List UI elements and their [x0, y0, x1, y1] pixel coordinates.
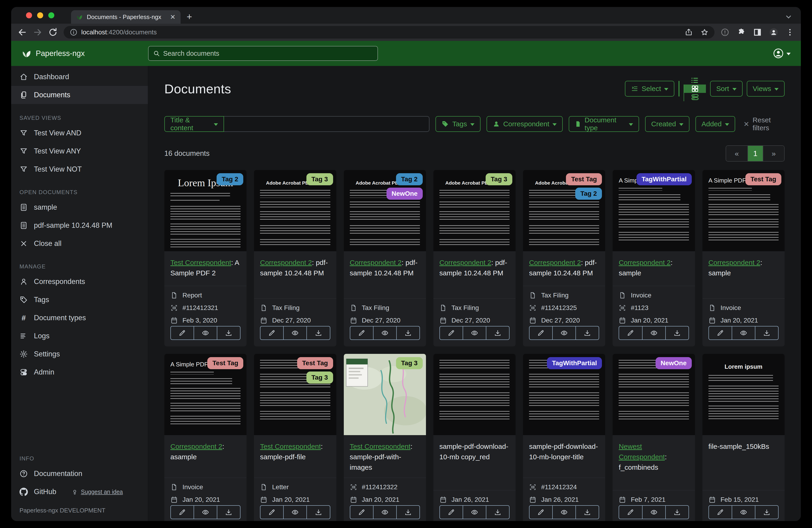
document-title-block[interactable]: Correspondent 2: pdf-sample 10.24.48 PM [523, 251, 605, 286]
document-thumbnail[interactable]: Adobe Acrobat PDF FilesTag 3 [254, 170, 336, 251]
preview-button[interactable] [194, 326, 217, 340]
sort-button[interactable]: Sort [710, 81, 742, 97]
filter-created-button[interactable]: Created [645, 116, 690, 132]
tab-close-icon[interactable]: ✕ [170, 13, 175, 21]
download-button[interactable] [486, 326, 509, 340]
sidebar-item-admin[interactable]: Admin [11, 363, 148, 381]
sidebar-item-correspondents[interactable]: Correspondents [11, 273, 148, 291]
document-card[interactable]: Adobe Acrobat PDF FilesTag 3Corresponden… [254, 170, 336, 346]
preview-button[interactable] [732, 505, 755, 519]
document-card[interactable]: NewOneNewest Correspondent: f_combinedsF… [613, 354, 695, 521]
pagination-next[interactable]: » [763, 146, 784, 161]
edit-button[interactable] [350, 505, 374, 519]
correspondent-link[interactable]: Test Correspondent [170, 259, 231, 266]
tag-badge[interactable]: Tag 3 [306, 173, 333, 185]
filter-added-button[interactable]: Added [695, 116, 735, 132]
document-title-block[interactable]: Newest Correspondent: f_combineds [613, 435, 695, 490]
document-card[interactable]: Adobe Acrobat PDF FilesTag 3Corresponden… [433, 170, 516, 346]
preview-button[interactable] [642, 326, 666, 340]
correspondent-link[interactable]: Correspondent 2 [619, 259, 670, 266]
download-button[interactable] [576, 505, 599, 519]
back-icon[interactable] [18, 28, 27, 37]
document-card[interactable]: Test TagTag 3Test Correspondent: sample-… [254, 354, 336, 521]
document-card[interactable]: Adobe Acrobat PDF FilesTag 2NewOneCorres… [344, 170, 426, 346]
document-card[interactable]: A Simple PDF FileTest TagCorrespondent 2… [702, 170, 785, 346]
download-button[interactable] [666, 505, 689, 519]
download-button[interactable] [307, 505, 330, 519]
document-title-block[interactable]: Correspondent 2: pdf-sample 10.24.48 PM [433, 251, 516, 299]
tag-badge[interactable]: Test Tag [297, 357, 333, 369]
document-title-block[interactable]: sample-pdf-download-10-mb-longer-title [523, 435, 605, 478]
document-card[interactable]: Lorem ipsumfile-sample_150kBsFeb 15, 202… [702, 354, 785, 521]
tag-badge[interactable]: NewOne [387, 188, 423, 200]
zoom-window-button[interactable] [48, 12, 54, 18]
sidebar-item-documentation[interactable]: Documentation [11, 465, 148, 483]
sidebar-item-sample[interactable]: sample [11, 198, 148, 216]
edit-button[interactable] [709, 505, 732, 519]
tag-badge[interactable]: Test Tag [745, 173, 781, 185]
download-button[interactable] [397, 505, 420, 519]
edit-button[interactable] [170, 326, 194, 340]
document-thumbnail[interactable]: Tag 3 [344, 354, 426, 435]
reload-icon[interactable] [48, 28, 58, 37]
document-thumbnail[interactable]: Adobe Acrobat PDF FilesTag 2NewOne [344, 170, 426, 251]
edit-button[interactable] [439, 505, 463, 519]
document-title-block[interactable]: Test Correspondent: sample-pdf-with-imag… [344, 435, 426, 478]
document-title-block[interactable]: Correspondent 2: pdf-sample 10.24.48 PM [254, 251, 336, 299]
sidebar-item-settings[interactable]: Settings [11, 345, 148, 363]
edit-button[interactable] [260, 505, 284, 519]
preview-button[interactable] [194, 505, 217, 519]
download-button[interactable] [666, 326, 689, 340]
document-title-block[interactable]: file-sample_150kBs [702, 435, 785, 490]
tag-badge[interactable]: Tag 3 [396, 357, 423, 369]
document-title-block[interactable]: Correspondent 2: asample [164, 435, 247, 478]
correspondent-link[interactable]: Test Correspondent [350, 443, 411, 450]
document-title-block[interactable]: Correspondent 2: sample [613, 251, 695, 286]
preview-button[interactable] [284, 326, 307, 340]
document-thumbnail[interactable]: A Simple PDF FileTest Tag [702, 170, 785, 251]
edit-button[interactable] [170, 505, 194, 519]
alert-circle-icon[interactable] [721, 28, 729, 37]
preview-button[interactable] [463, 326, 486, 340]
document-thumbnail[interactable]: Lorem IpsumTag 2 [164, 170, 247, 251]
filter-doctype-button[interactable]: Document type [569, 116, 639, 132]
document-thumbnail[interactable]: Adobe Acrobat PDF FilesTest TagTag 2 [523, 170, 605, 251]
filter-text-input[interactable] [224, 116, 430, 132]
download-button[interactable] [576, 326, 599, 340]
address-bar[interactable]: localhost:4200/documents [63, 26, 714, 39]
document-card[interactable]: sample-pdf-download-10-mb copy_redJan 26… [433, 354, 516, 521]
view-detail-button[interactable] [684, 93, 706, 101]
bookmark-star-icon[interactable] [700, 28, 709, 36]
views-button[interactable]: Views [747, 81, 785, 97]
sidebar-item-test-view-and[interactable]: Test View AND [11, 124, 148, 142]
document-thumbnail[interactable]: A Simple PDF FileTest Tag [164, 354, 247, 435]
forward-icon[interactable] [33, 28, 42, 37]
search-input[interactable] [163, 50, 373, 57]
document-title-block[interactable]: Test Correspondent: sample-pdf-file [254, 435, 336, 478]
document-card[interactable]: TagWithPartialsample-pdf-download-10-mb-… [523, 354, 605, 521]
menu-kebab-icon[interactable] [785, 28, 794, 37]
document-title-block[interactable]: Correspondent 2: pdf-sample 10.24.48 PM [344, 251, 426, 299]
preview-button[interactable] [553, 326, 576, 340]
select-button[interactable]: Select [625, 81, 675, 97]
edit-button[interactable] [529, 505, 553, 519]
minimize-window-button[interactable] [37, 12, 43, 18]
sidebar-item-tags[interactable]: Tags [11, 291, 148, 309]
correspondent-link[interactable]: Newest Correspondent [619, 443, 665, 461]
new-tab-button[interactable]: + [187, 12, 192, 22]
user-menu[interactable] [773, 48, 791, 59]
view-grid-button[interactable] [684, 85, 706, 93]
view-list-button[interactable] [684, 76, 706, 85]
filter-correspondent-button[interactable]: Correspondent [487, 116, 563, 132]
reset-filters-button[interactable]: ✕Reset filters [743, 116, 785, 132]
correspondent-link[interactable]: Test Correspondent [260, 443, 321, 450]
tag-badge[interactable]: TagWithPartial [547, 357, 602, 369]
preview-button[interactable] [642, 505, 666, 519]
document-thumbnail[interactable]: Adobe Acrobat PDF FilesTag 3 [433, 170, 516, 251]
download-button[interactable] [217, 326, 241, 340]
edit-button[interactable] [529, 326, 553, 340]
sidebar-item-test-view-any[interactable]: Test View ANY [11, 142, 148, 160]
document-thumbnail[interactable]: NewOne [613, 354, 695, 435]
tag-badge[interactable]: Test Tag [566, 173, 602, 185]
share-icon[interactable] [685, 28, 693, 36]
